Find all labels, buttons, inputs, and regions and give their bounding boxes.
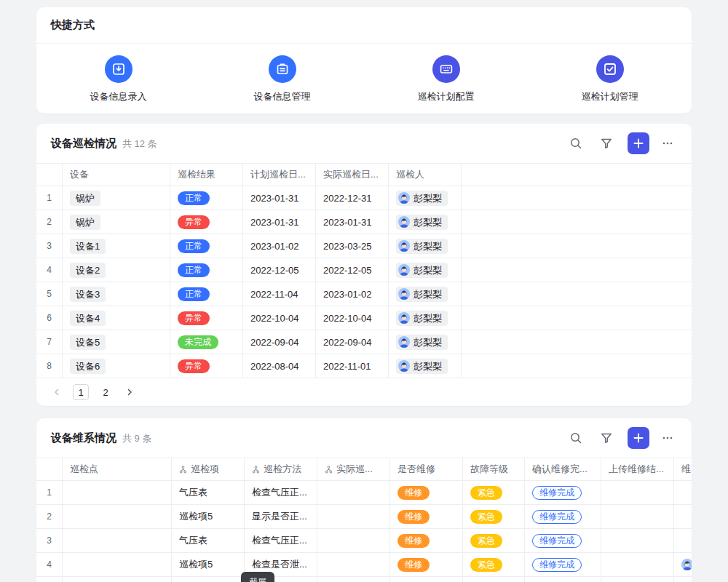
device-cell[interactable]: 设备1 — [63, 234, 170, 258]
row-index-cell[interactable]: 5 — [36, 282, 63, 306]
row-index-cell[interactable]: 4 — [36, 258, 63, 282]
level-cell[interactable]: 紧急 — [463, 481, 525, 504]
inspector-cell[interactable]: 彭梨梨 — [389, 258, 462, 282]
actual-date-cell[interactable]: 2023-01-31 — [316, 210, 389, 234]
device-cell[interactable]: 设备4 — [63, 306, 170, 330]
upload-cell[interactable] — [601, 529, 674, 552]
row-index-cell[interactable]: 5 — [36, 577, 63, 582]
column-header[interactable]: 巡检人 — [389, 164, 462, 186]
search-icon[interactable] — [566, 134, 585, 153]
confirm-cell[interactable]: 维修完成 — [525, 529, 601, 552]
column-header[interactable]: 故障等级 — [463, 458, 525, 480]
actual-date-cell[interactable]: 2022-12-31 — [316, 186, 389, 210]
page-number-2[interactable]: 2 — [98, 384, 114, 400]
add-record-button[interactable] — [628, 132, 649, 154]
upload-cell[interactable] — [601, 577, 674, 582]
upload-cell[interactable] — [601, 481, 674, 504]
repair-cell[interactable]: 维修 — [390, 481, 463, 504]
row-index-cell[interactable]: 2 — [36, 210, 63, 234]
actual-date-cell[interactable]: 2023-01-02 — [316, 282, 389, 306]
shortcut-item-4[interactable]: 巡检计划管理 — [552, 55, 668, 103]
item-cell[interactable]: 巡检项5 — [172, 505, 245, 528]
search-icon[interactable] — [566, 428, 585, 447]
maintainer-cell[interactable] — [674, 529, 692, 552]
method-cell[interactable]: 显示是否正... — [245, 505, 317, 528]
column-header[interactable]: 巡检方法 — [245, 458, 317, 480]
add-record-button[interactable] — [628, 427, 649, 449]
point-cell[interactable] — [63, 505, 172, 528]
level-cell[interactable]: 紧急 — [463, 553, 525, 576]
item-cell[interactable]: 巡检项5 — [172, 577, 245, 582]
actual-date-cell[interactable]: 2022-12-05 — [316, 258, 389, 282]
device-cell[interactable]: 设备5 — [63, 330, 170, 354]
device-cell[interactable]: 锅炉 — [63, 210, 170, 234]
column-header[interactable]: 维... — [674, 458, 692, 480]
level-cell[interactable]: 紧急 — [463, 577, 525, 582]
result-cell[interactable]: 异常 — [170, 354, 243, 378]
column-header[interactable]: 实际巡... — [317, 458, 390, 480]
actual-cell[interactable] — [317, 505, 390, 528]
repair-cell[interactable]: 维修 — [390, 529, 463, 552]
item-cell[interactable]: 巡检项5 — [172, 553, 245, 576]
row-index-cell[interactable]: 7 — [36, 330, 63, 354]
point-cell[interactable] — [63, 553, 172, 576]
maintainer-cell[interactable] — [674, 553, 692, 576]
actual-cell[interactable] — [317, 529, 390, 552]
plan-date-cell[interactable]: 2022-09-04 — [243, 330, 316, 354]
plan-date-cell[interactable]: 2023-01-31 — [243, 186, 316, 210]
actual-date-cell[interactable]: 2022-10-04 — [316, 306, 389, 330]
page-number-1[interactable]: 1 — [73, 384, 89, 400]
column-header[interactable]: 实际巡检日... — [316, 164, 389, 186]
column-header[interactable]: 确认维修完... — [525, 458, 601, 480]
result-cell[interactable]: 异常 — [170, 210, 243, 234]
level-cell[interactable]: 紧急 — [463, 529, 525, 552]
item-cell[interactable]: 气压表 — [172, 481, 245, 504]
repair-cell[interactable]: 维修 — [390, 553, 463, 576]
screenshot-tooltip[interactable]: 截屏 — [241, 572, 274, 582]
point-cell[interactable] — [63, 481, 172, 504]
column-header[interactable]: 设备 — [63, 164, 170, 186]
filter-icon[interactable] — [597, 134, 616, 153]
column-header[interactable]: 是否维修 — [390, 458, 463, 480]
row-index-cell[interactable]: 1 — [36, 481, 63, 504]
column-header[interactable]: 巡检结果 — [170, 164, 243, 186]
inspector-cell[interactable]: 彭梨梨 — [389, 210, 462, 234]
column-header[interactable]: 巡检项 — [172, 458, 245, 480]
actual-date-cell[interactable]: 2023-03-25 — [316, 234, 389, 258]
confirm-cell[interactable]: 维修完成 — [525, 505, 601, 528]
shortcut-item-3[interactable]: 巡检计划配置 — [388, 55, 505, 103]
plan-date-cell[interactable]: 2022-12-05 — [243, 258, 316, 282]
point-cell[interactable] — [63, 577, 172, 582]
row-index-cell[interactable]: 6 — [36, 306, 63, 330]
inspector-cell[interactable]: 彭梨梨 — [389, 330, 462, 354]
item-cell[interactable]: 气压表 — [172, 529, 245, 552]
repair-cell[interactable]: 维修 — [390, 505, 463, 528]
shortcut-item-2[interactable]: 设备信息管理 — [224, 55, 341, 103]
row-index-cell[interactable]: 3 — [36, 529, 63, 552]
inspector-cell[interactable]: 彭梨梨 — [389, 354, 462, 378]
more-icon[interactable] — [658, 428, 677, 447]
row-index-cell[interactable]: 3 — [36, 234, 63, 258]
point-cell[interactable] — [63, 529, 172, 552]
row-index-cell[interactable]: 8 — [36, 354, 63, 378]
inspector-cell[interactable]: 彭梨梨 — [389, 282, 462, 306]
confirm-cell[interactable]: 维修完成 — [525, 577, 601, 582]
device-cell[interactable]: 设备3 — [63, 282, 170, 306]
plan-date-cell[interactable]: 2022-10-04 — [243, 306, 316, 330]
actual-cell[interactable] — [317, 577, 390, 582]
row-index-cell[interactable]: 4 — [36, 553, 63, 576]
device-cell[interactable]: 设备6 — [63, 354, 170, 378]
inspector-cell[interactable]: 彭梨梨 — [389, 306, 462, 330]
level-cell[interactable]: 紧急 — [463, 505, 525, 528]
more-icon[interactable] — [658, 134, 677, 153]
column-header[interactable]: 计划巡检日... — [243, 164, 316, 186]
inspector-cell[interactable]: 彭梨梨 — [389, 186, 462, 210]
device-cell[interactable]: 设备2 — [63, 258, 170, 282]
actual-cell[interactable] — [317, 553, 390, 576]
row-index-cell[interactable]: 1 — [36, 186, 63, 210]
maintainer-cell[interactable] — [674, 505, 692, 528]
row-index-cell[interactable]: 2 — [36, 505, 63, 528]
next-page-icon[interactable] — [122, 385, 137, 399]
upload-cell[interactable] — [601, 505, 674, 528]
column-header[interactable]: 上传维修结... — [601, 458, 674, 480]
